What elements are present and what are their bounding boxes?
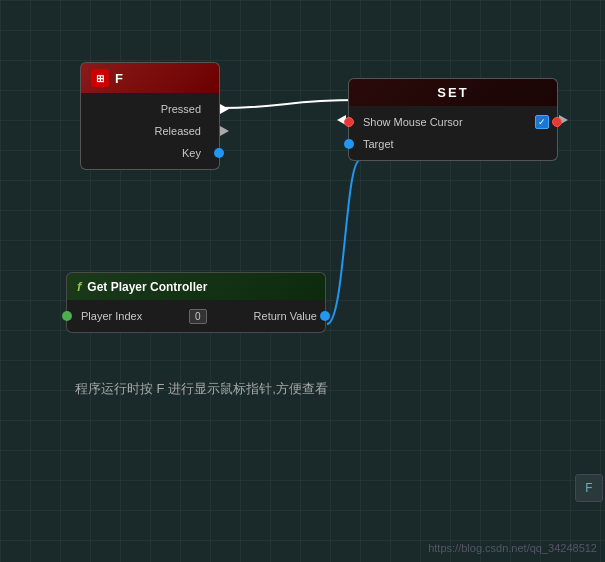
- node-set-header: SET: [348, 78, 558, 106]
- pin-show-cursor-red[interactable]: [344, 117, 354, 127]
- node-set-cursor-row: Show Mouse Cursor: [349, 111, 557, 133]
- node-f-keyboard: ⊞ F Pressed Released Key: [80, 62, 220, 170]
- node-f-released-label: Released: [155, 125, 201, 137]
- node-set-title: SET: [437, 85, 468, 100]
- corner-f-button[interactable]: F: [575, 474, 603, 502]
- node-set-target-row: Target: [349, 133, 557, 155]
- watermark: https://blog.csdn.net/qq_34248512: [428, 542, 597, 554]
- node-f-released-row: Released: [81, 120, 219, 142]
- pin-target-blue[interactable]: [344, 139, 354, 149]
- node-gpc-body: Player Index 0 Return Value: [66, 300, 326, 333]
- node-f-icon: ⊞: [91, 69, 109, 87]
- player-index-value[interactable]: 0: [189, 309, 207, 324]
- node-f-icon-grid: ⊞: [96, 73, 104, 84]
- watermark-url: https://blog.csdn.net/qq_34248512: [428, 542, 597, 554]
- node-set-body: Show Mouse Cursor Target: [348, 106, 558, 161]
- node-set-cursor-label: Show Mouse Cursor: [363, 116, 463, 128]
- pin-show-cursor-out[interactable]: [552, 117, 562, 127]
- node-gpc-row: Player Index 0 Return Value: [67, 305, 325, 327]
- annotation-content: 程序运行时按 F 进行显示鼠标指针,方便查看: [75, 381, 328, 396]
- node-set-target-label: Target: [363, 138, 394, 150]
- node-f-header: ⊞ F: [80, 62, 220, 93]
- node-gpc-title: Get Player Controller: [87, 280, 207, 294]
- annotation-text: 程序运行时按 F 进行显示鼠标指针,方便查看: [75, 380, 328, 398]
- node-f-key-label: Key: [182, 147, 201, 159]
- exec-wire: [220, 100, 358, 108]
- node-get-player-controller: f Get Player Controller Player Index 0 R…: [66, 272, 326, 333]
- pin-player-index-in[interactable]: [62, 311, 72, 321]
- pin-return-value-blue[interactable]: [320, 311, 330, 321]
- node-f-key-row: Key: [81, 142, 219, 164]
- node-set: SET Show Mouse Cursor Target: [348, 78, 558, 161]
- node-gpc-function-icon: f: [77, 279, 81, 294]
- show-cursor-checkbox[interactable]: [535, 115, 549, 129]
- pin-pressed-exec[interactable]: [220, 104, 229, 114]
- node-gpc-return-label: Return Value: [254, 310, 317, 322]
- node-gpc-player-index-label: Player Index: [81, 310, 142, 322]
- node-f-pressed-label: Pressed: [161, 103, 201, 115]
- node-f-title: F: [115, 71, 123, 86]
- pin-released-exec[interactable]: [220, 126, 229, 136]
- pin-key-blue[interactable]: [214, 148, 224, 158]
- node-gpc-header: f Get Player Controller: [66, 272, 326, 300]
- node-f-pressed-row: Pressed: [81, 98, 219, 120]
- corner-f-label: F: [585, 481, 592, 495]
- data-wire-blue: [327, 160, 360, 324]
- node-f-body: Pressed Released Key: [80, 93, 220, 170]
